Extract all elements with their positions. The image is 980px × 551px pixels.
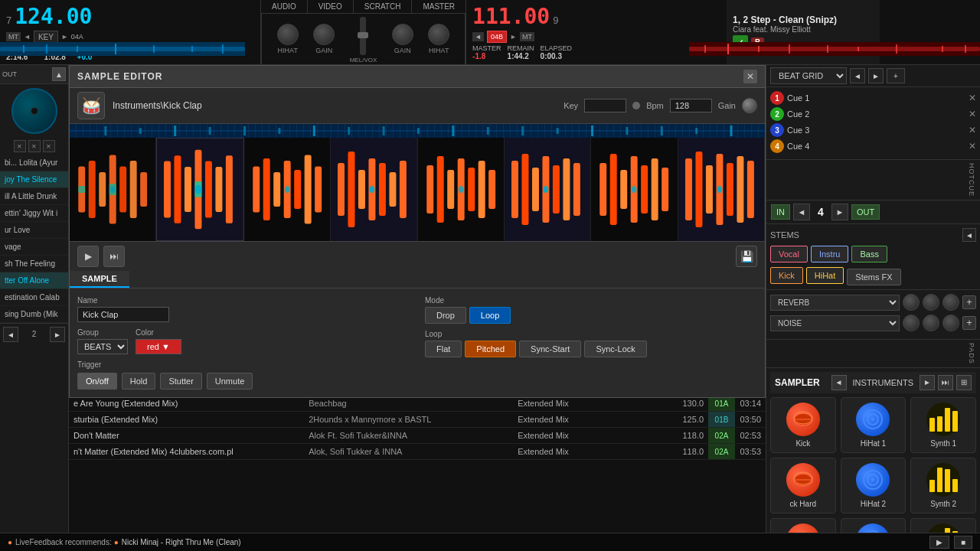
beat-grid-expand[interactable]: +: [887, 68, 905, 83]
hihat-left-knob[interactable]: [277, 24, 299, 45]
sampler-pad-1[interactable]: HiHat 1: [841, 397, 906, 453]
loop-sync-start-button[interactable]: Sync-Start: [519, 341, 581, 357]
in-button[interactable]: IN: [771, 204, 790, 220]
effect-select-0[interactable]: REVERB: [770, 295, 900, 311]
cue-close-1[interactable]: ✕: [969, 93, 976, 103]
table-row[interactable]: Don't Matter Alok Ft. Sofi Tukker&INNA E…: [69, 428, 766, 444]
sidebar-ctrl-1[interactable]: ✕: [14, 140, 26, 152]
stem-kick[interactable]: Kick: [770, 267, 803, 284]
stem-instru[interactable]: Instru: [811, 246, 849, 262]
effect-plus-1[interactable]: +: [962, 316, 976, 330]
sidebar-item-5[interactable]: vage: [0, 239, 68, 256]
cue-close-2[interactable]: ✕: [969, 109, 976, 119]
svg-rect-73: [348, 152, 355, 227]
sampler-prev[interactable]: ◄: [831, 375, 847, 390]
mode-drop-button[interactable]: Drop: [425, 307, 466, 324]
sidebar-item-8[interactable]: estination Calab: [0, 289, 68, 306]
waveform-main[interactable]: [70, 138, 765, 241]
cue-close-4[interactable]: ✕: [969, 141, 976, 152]
tab-scratch[interactable]: SCRATCH: [354, 0, 413, 13]
trigger-on-button[interactable]: On/off: [77, 373, 117, 390]
tab-audio[interactable]: AUDIO: [261, 0, 308, 13]
mode-loop-button[interactable]: Loop: [469, 307, 511, 324]
now-playing-icon-2: ●: [114, 538, 119, 546]
cue-close-3[interactable]: ✕: [969, 125, 976, 135]
beat-grid-prev[interactable]: ◄: [850, 68, 865, 83]
effect-knob3-1[interactable]: [942, 315, 959, 331]
play-bottom[interactable]: ▶: [929, 536, 949, 549]
deck-left-key[interactable]: KEY: [34, 31, 58, 44]
effect-knob3-0[interactable]: [942, 294, 959, 311]
sampler-title: SAMPLER: [775, 377, 820, 388]
sidebar-next[interactable]: ►: [50, 327, 65, 342]
close-button[interactable]: ✕: [743, 70, 757, 83]
stop-bottom[interactable]: ■: [954, 536, 972, 549]
out-button[interactable]: OUT: [851, 204, 880, 220]
color-button[interactable]: red ▼: [136, 339, 181, 354]
sidebar-item-4[interactable]: ur Love: [0, 222, 68, 239]
sampler-pad-3[interactable]: ck Hard: [770, 458, 836, 514]
effect-knob-0[interactable]: [903, 294, 920, 311]
sampler-fast-forward[interactable]: ⏭: [938, 375, 953, 390]
effect-knob-1[interactable]: [903, 315, 920, 331]
deck-right-key[interactable]: 04B: [487, 31, 507, 43]
sampler-pad-4[interactable]: HiHat 2: [841, 458, 906, 514]
play-button[interactable]: ▶: [77, 246, 99, 267]
stems-fx-button[interactable]: Stems FX: [847, 269, 900, 285]
save-button[interactable]: 💾: [736, 246, 757, 267]
sidebar-ctrl-3[interactable]: ✕: [43, 140, 55, 152]
sidebar-item-3[interactable]: ettin' Jiggy Wit i: [0, 205, 68, 222]
sidebar-ctrl-2[interactable]: ✕: [28, 140, 41, 152]
loop-flat-button[interactable]: Flat: [425, 341, 462, 357]
beat-grid-next[interactable]: ►: [868, 68, 884, 83]
stem-hihat[interactable]: HiHat: [806, 267, 844, 284]
stem-vocal[interactable]: Vocal: [770, 246, 808, 262]
trigger-hold-button[interactable]: Hold: [122, 373, 156, 390]
sidebar-prev[interactable]: ◄: [3, 327, 18, 342]
bpm-input[interactable]: [670, 99, 712, 112]
sampler-next[interactable]: ►: [920, 375, 935, 390]
effect-select-1[interactable]: NOISE: [770, 315, 900, 331]
effect-plus-0[interactable]: +: [962, 295, 976, 309]
table-row[interactable]: n't Matter (Extended Mix) 4clubbers.com.…: [69, 444, 766, 460]
sidebar-item-7[interactable]: tter Off Alone: [0, 272, 68, 289]
loop-next[interactable]: ►: [831, 204, 848, 220]
sampler-pad-0[interactable]: Kick: [770, 397, 836, 453]
table-row[interactable]: sturbia (Extended Mix) 2Hounds x Mannymo…: [69, 412, 766, 428]
tab-sample[interactable]: SAMPLE: [70, 271, 129, 288]
gain-right-knob[interactable]: [392, 24, 413, 45]
sidebar-item-9[interactable]: sing Dumb (Mik: [0, 306, 68, 323]
channel-fader[interactable]: [360, 17, 366, 55]
center-content: SAMPLE EDITOR ✕ 🥁 Instruments\Kick Clap …: [69, 65, 766, 551]
sidebar-item-1[interactable]: joy The Silence: [0, 171, 68, 188]
tab-master[interactable]: MASTER: [412, 0, 466, 13]
tab-video[interactable]: VIDEO: [308, 0, 354, 13]
loop-pitched-button[interactable]: Pitched: [465, 341, 516, 357]
gain-left-knob[interactable]: [313, 24, 335, 45]
stem-bass[interactable]: Bass: [851, 246, 887, 262]
group-select[interactable]: BEATS: [77, 339, 128, 354]
sidebar-item-6[interactable]: sh The Feeling: [0, 256, 68, 272]
key-input[interactable]: [584, 99, 626, 112]
stems-prev[interactable]: ◄: [962, 228, 976, 242]
waveform-strip: [70, 124, 765, 138]
hihat-right-knob[interactable]: [428, 24, 449, 45]
svg-point-88: [458, 186, 463, 193]
loop-sync-lock-button[interactable]: Sync-Lock: [584, 341, 646, 357]
sidebar-item-0[interactable]: bi... Lolita (Ayur: [0, 155, 68, 171]
loop-prev[interactable]: ◄: [793, 204, 810, 220]
svg-rect-14: [789, 44, 790, 54]
effect-knob2-0[interactable]: [923, 294, 939, 311]
gain-knob[interactable]: [742, 98, 757, 113]
trigger-stutter-button[interactable]: Stutter: [160, 373, 201, 390]
sidebar-item-2[interactable]: ill A Little Drunk: [0, 188, 68, 205]
effect-knob2-1[interactable]: [923, 315, 939, 331]
beat-grid-select[interactable]: BEAT GRID: [770, 67, 847, 84]
next-button[interactable]: ⏭: [103, 246, 125, 267]
sampler-pad-5[interactable]: Synth 2: [910, 458, 976, 514]
trigger-unmute-button[interactable]: Unmute: [207, 373, 253, 390]
sampler-pad-2[interactable]: Synth 1: [910, 397, 976, 453]
sidebar-expand[interactable]: ▲: [52, 67, 66, 81]
name-input[interactable]: [77, 307, 169, 322]
sampler-grid-view[interactable]: ⊞: [956, 375, 972, 390]
